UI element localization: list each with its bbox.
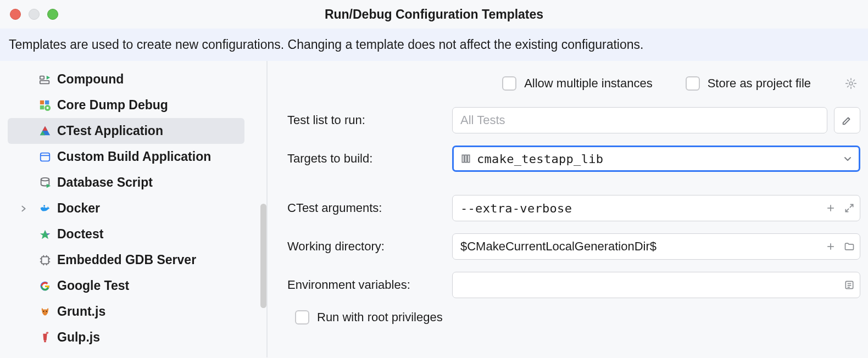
titlebar: Run/Debug Configuration Templates <box>0 0 868 29</box>
svg-rect-20 <box>42 256 49 264</box>
svg-rect-5 <box>40 105 44 109</box>
close-window-button[interactable] <box>10 9 21 20</box>
sidebar-item-label: Compound <box>57 72 124 87</box>
svg-rect-15 <box>42 207 43 209</box>
insert-macro-button[interactable] <box>825 241 836 252</box>
sidebar-item-core-dump-debug[interactable]: Core Dump Debug <box>8 92 244 118</box>
ctest-arguments-input[interactable] <box>452 195 860 221</box>
checkbox-icon <box>295 310 309 325</box>
maximize-window-button[interactable] <box>47 9 58 20</box>
coredump-icon <box>38 99 52 112</box>
sidebar-item-label: Grunt.js <box>57 304 105 319</box>
chevron-right-icon <box>20 205 27 212</box>
svg-marker-2 <box>47 75 50 79</box>
allow-multiple-instances-checkbox[interactable]: Allow multiple instances <box>502 76 653 91</box>
row-working-dir: Working directory: <box>287 233 860 260</box>
label-targets: Targets to build: <box>287 152 452 166</box>
checkbox-icon <box>686 76 700 91</box>
checkbox-icon <box>502 76 516 91</box>
sidebar-item-gruntjs[interactable]: Grunt.js <box>8 299 244 325</box>
split-pane: Compound Core Dump Debug CTest Applicati… <box>0 61 868 357</box>
sidebar-item-label: Custom Build Application <box>57 149 211 164</box>
row-test-list: Test list to run: <box>287 107 860 133</box>
label-working-dir: Working directory: <box>287 239 452 254</box>
svg-point-29 <box>43 310 44 311</box>
sidebar-item-ctest-application[interactable]: CTest Application <box>8 118 244 144</box>
svg-rect-1 <box>40 80 49 83</box>
svg-marker-9 <box>42 126 47 130</box>
sidebar-item-doctest[interactable]: Doctest <box>8 221 244 247</box>
svg-rect-0 <box>40 76 44 79</box>
svg-rect-33 <box>462 155 464 162</box>
info-banner: Templates are used to create new configu… <box>0 29 868 61</box>
sidebar-item-custom-build-application[interactable]: Custom Build Application <box>8 144 244 170</box>
minimize-window-button[interactable] <box>29 9 40 20</box>
svg-marker-18 <box>40 230 50 239</box>
insert-macro-button[interactable] <box>825 203 836 214</box>
sidebar-item-label: CTest Application <box>57 124 163 138</box>
svg-rect-35 <box>468 155 469 162</box>
targets-value: cmake_testapp_lib <box>477 152 603 166</box>
checkbox-label: Run with root privileges <box>317 310 443 325</box>
svg-rect-31 <box>44 340 46 342</box>
sidebar-item-gulpjs[interactable]: Gulp.js <box>8 325 244 350</box>
store-as-project-file-checkbox[interactable]: Store as project file <box>686 76 811 91</box>
working-directory-input[interactable] <box>452 233 860 260</box>
environment-variables-input[interactable] <box>452 272 860 298</box>
top-checkbox-row: Allow multiple instances Store as projec… <box>287 76 860 91</box>
sidebar-item-docker[interactable]: Docker <box>8 195 244 221</box>
sidebar-item-label: Google Test <box>57 278 129 293</box>
row-targets: Targets to build: cmake_testapp_lib <box>287 146 860 172</box>
gtest-icon <box>38 279 52 293</box>
svg-rect-4 <box>45 100 49 104</box>
compound-icon <box>38 73 52 86</box>
run-with-root-privileges-checkbox[interactable]: Run with root privileges <box>295 310 860 325</box>
browse-folder-button[interactable] <box>844 241 855 252</box>
checkbox-label: Store as project file <box>708 76 811 91</box>
database-icon <box>38 176 52 189</box>
custom-icon <box>38 150 52 164</box>
sidebar-item-embedded-gdb-server[interactable]: Embedded GDB Server <box>8 247 244 273</box>
checkbox-label: Allow multiple instances <box>524 76 653 91</box>
targets-dropdown[interactable]: cmake_testapp_lib <box>452 146 860 172</box>
svg-rect-11 <box>41 153 50 161</box>
label-ctest-args: CTest arguments: <box>287 201 452 215</box>
chevron-down-icon <box>843 154 852 163</box>
svg-point-13 <box>41 177 49 181</box>
expand-field-button[interactable] <box>844 203 855 214</box>
traffic-lights <box>0 9 58 20</box>
svg-rect-34 <box>465 155 466 162</box>
sidebar-item-label: Gulp.js <box>57 330 100 345</box>
store-as-project-file-settings-button[interactable] <box>844 76 858 91</box>
svg-point-32 <box>849 82 853 85</box>
svg-point-7 <box>47 107 49 109</box>
sidebar-scrollbar[interactable] <box>260 204 266 308</box>
docker-icon <box>38 202 52 215</box>
doctest-icon <box>38 228 52 241</box>
sidebar-item-label: Core Dump Debug <box>57 98 168 113</box>
edit-test-list-button[interactable] <box>834 107 860 133</box>
row-env-vars: Environment variables: <box>287 272 860 298</box>
form-panel: Allow multiple instances Store as projec… <box>268 61 868 357</box>
sidebar-item-label: Embedded GDB Server <box>57 253 196 267</box>
svg-rect-17 <box>43 205 45 206</box>
sidebar-item-google-test[interactable]: Google Test <box>8 273 244 299</box>
sidebar-item-compound[interactable]: Compound <box>8 66 244 92</box>
svg-point-30 <box>46 310 47 311</box>
test-list-input[interactable] <box>452 107 827 133</box>
sidebar-item-label: Docker <box>57 201 100 216</box>
svg-line-39 <box>845 209 849 212</box>
window-title: Run/Debug Configuration Templates <box>325 7 543 22</box>
svg-rect-16 <box>43 207 45 209</box>
row-ctest-args: CTest arguments: <box>287 195 860 221</box>
svg-line-38 <box>850 204 853 208</box>
grunt-icon <box>38 305 52 318</box>
edit-env-vars-button[interactable] <box>844 279 855 290</box>
embedded-icon <box>38 254 52 267</box>
sidebar-item-label: Database Script <box>57 175 153 190</box>
sidebar-item-label: Doctest <box>57 227 103 242</box>
label-env-vars: Environment variables: <box>287 278 452 292</box>
sidebar-item-database-script[interactable]: Database Script <box>8 170 244 195</box>
ctest-icon <box>38 125 52 138</box>
library-icon <box>460 153 471 164</box>
